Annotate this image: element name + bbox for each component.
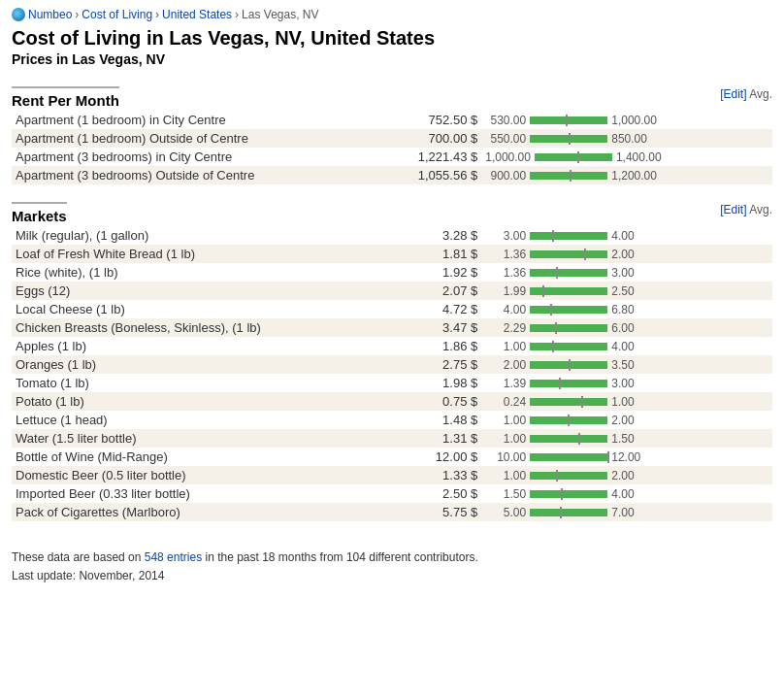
range-min: 1.39 [485, 377, 526, 390]
row-name: Oranges (1 lb) [12, 355, 370, 374]
row-name: Rice (white), (1 lb) [12, 263, 370, 282]
row-name: Apartment (1 bedroom) Outside of Centre [12, 129, 370, 148]
range-bar [530, 304, 607, 316]
row-name: Imported Beer (0.33 liter bottle) [12, 484, 370, 503]
range-bar [530, 359, 607, 371]
row-range: 1.393.00 [481, 374, 772, 392]
range-min: 1,000.00 [485, 150, 531, 164]
row-range: 1.001.50 [481, 429, 772, 448]
range-max: 3.50 [611, 358, 652, 372]
table-row: Oranges (1 lb)2.75 $2.003.50 [12, 355, 772, 374]
row-range: 2.296.00 [481, 318, 772, 337]
range-min: 5.00 [485, 506, 526, 519]
range-min: 1.00 [485, 414, 526, 427]
table-row: Domestic Beer (0.5 liter bottle)1.33 $1.… [12, 466, 772, 484]
range-max: 4.00 [611, 487, 652, 501]
table-row: Apartment (1 bedroom) in City Centre752.… [12, 111, 772, 129]
range-min: 550.00 [485, 132, 526, 146]
table-row: Pack of Cigarettes (Marlboro)5.75 $5.007… [12, 503, 772, 521]
row-name: Eggs (12) [12, 282, 370, 300]
row-price: 5.75 $ [370, 503, 481, 521]
table-row: Loaf of Fresh White Bread (1 lb)1.81 $1.… [12, 245, 772, 263]
range-min: 1.36 [485, 266, 526, 280]
breadcrumb-city: Las Vegas, NV [242, 8, 318, 21]
range-min: 0.24 [485, 395, 526, 409]
page-title: Cost of Living in Las Vegas, NV, United … [12, 27, 772, 50]
range-bar [530, 470, 607, 482]
row-price: 2.07 $ [370, 282, 481, 300]
row-price: 1.31 $ [370, 429, 481, 448]
row-price: 1,055.56 $ [370, 166, 481, 184]
row-name: Bottle of Wine (Mid-Range) [12, 448, 370, 466]
range-min: 2.00 [485, 358, 526, 372]
range-bar [535, 151, 612, 163]
row-range: 530.001,000.00 [481, 111, 772, 129]
row-name: Apartment (1 bedroom) in City Centre [12, 111, 370, 129]
range-bar [530, 133, 607, 145]
range-bar [530, 115, 607, 126]
row-range: 1.363.00 [481, 263, 772, 282]
section-header-rent: Rent Per Month[Edit] Avg. [12, 77, 772, 111]
row-name: Local Cheese (1 lb) [12, 300, 370, 318]
row-range: 1.504.00 [481, 484, 772, 503]
row-range: 1.992.50 [481, 282, 772, 300]
row-price: 1.98 $ [370, 374, 481, 392]
row-price: 1.33 $ [370, 466, 481, 484]
range-max: 850.00 [611, 132, 652, 146]
table-row: Tomato (1 lb)1.98 $1.393.00 [12, 374, 772, 392]
range-min: 10.00 [485, 450, 526, 464]
row-price: 4.72 $ [370, 300, 481, 318]
globe-icon [12, 8, 25, 21]
row-price: 752.50 $ [370, 111, 481, 129]
range-min: 1.50 [485, 487, 526, 501]
range-bar [530, 415, 607, 426]
section-title-markets: Markets [12, 202, 67, 224]
row-name: Lettuce (1 head) [12, 411, 370, 429]
edit-link-rent[interactable]: [Edit] [720, 87, 746, 101]
table-row: Chicken Breasts (Boneless, Skinless), (1… [12, 318, 772, 337]
range-bar [530, 249, 607, 260]
row-range: 0.241.00 [481, 392, 772, 411]
section-edit-avg-rent: [Edit] Avg. [720, 87, 772, 101]
table-row: Apartment (3 bedrooms) Outside of Centre… [12, 166, 772, 184]
table-row: Rice (white), (1 lb)1.92 $1.363.00 [12, 263, 772, 282]
breadcrumb-section[interactable]: Cost of Living [82, 8, 152, 21]
breadcrumb-country[interactable]: United States [162, 8, 232, 21]
edit-link-markets[interactable]: [Edit] [720, 203, 746, 216]
section-edit-avg-markets: [Edit] Avg. [720, 203, 772, 216]
range-max: 1,400.00 [616, 150, 662, 164]
table-row: Bottle of Wine (Mid-Range)12.00 $10.0012… [12, 448, 772, 466]
range-min: 1.00 [485, 432, 526, 446]
range-bar [530, 322, 607, 334]
range-min: 900.00 [485, 169, 526, 183]
range-min: 530.00 [485, 114, 526, 127]
section-title-rent: Rent Per Month [12, 86, 119, 109]
section-header-markets: Markets[Edit] Avg. [12, 192, 772, 226]
range-max: 1.50 [611, 432, 652, 446]
row-price: 1,221.43 $ [370, 148, 481, 166]
range-min: 1.99 [485, 284, 526, 298]
range-min: 1.00 [485, 340, 526, 353]
footer: These data are based on 548 entries in t… [12, 548, 772, 585]
row-name: Loaf of Fresh White Bread (1 lb) [12, 245, 370, 263]
footer-contributors: 104 different contributors [346, 550, 475, 564]
row-name: Water (1.5 liter bottle) [12, 429, 370, 448]
row-price: 2.75 $ [370, 355, 481, 374]
breadcrumb-site[interactable]: Numbeo [28, 8, 72, 21]
row-price: 2.50 $ [370, 484, 481, 503]
footer-suffix: . [474, 550, 477, 564]
row-price: 3.28 $ [370, 226, 481, 245]
row-range: 1,000.001,400.00 [481, 148, 772, 166]
range-max: 2.50 [611, 284, 652, 298]
row-range: 4.006.80 [481, 300, 772, 318]
row-name: Chicken Breasts (Boneless, Skinless), (1… [12, 318, 370, 337]
row-range: 1.362.00 [481, 245, 772, 263]
row-name: Apartment (3 bedrooms) in City Centre [12, 148, 370, 166]
footer-entries-link[interactable]: 548 entries [145, 550, 202, 564]
row-price: 1.81 $ [370, 245, 481, 263]
row-price: 700.00 $ [370, 129, 481, 148]
row-name: Pack of Cigarettes (Marlboro) [12, 503, 370, 521]
range-bar [530, 396, 607, 408]
row-price: 1.86 $ [370, 337, 481, 355]
range-bar [530, 378, 607, 389]
